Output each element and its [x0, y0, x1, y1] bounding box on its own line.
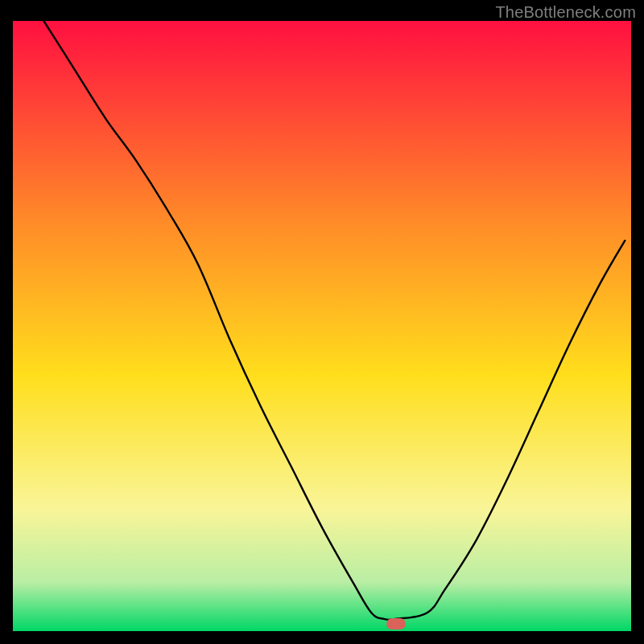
optimal-marker [386, 618, 406, 630]
line-chart [13, 21, 631, 631]
bottleneck-curve [43, 21, 625, 620]
plot-area [13, 21, 631, 631]
watermark-label: TheBottleneck.com [495, 3, 636, 22]
chart-container: TheBottleneck.com [0, 0, 644, 644]
